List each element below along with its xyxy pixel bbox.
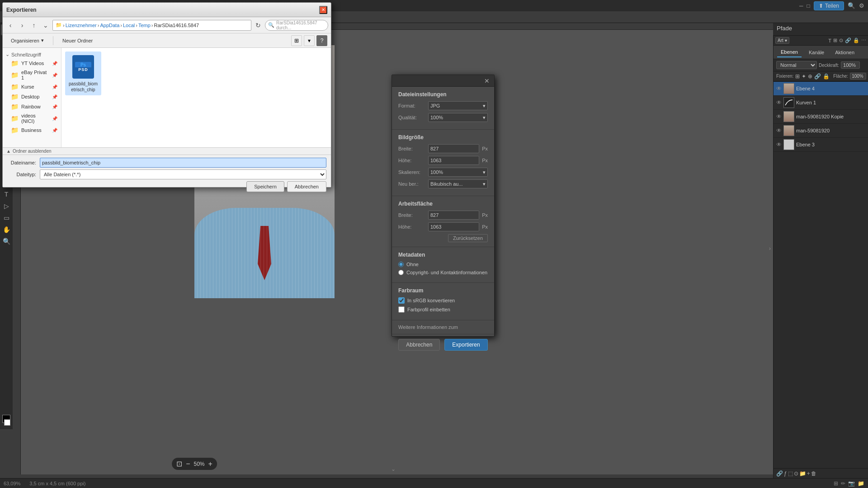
copyright-radio[interactable] xyxy=(398,270,404,275)
fix-btn-2[interactable]: ✦ xyxy=(802,73,806,80)
help-btn[interactable]: ? xyxy=(316,35,327,46)
layer-adjustment-btn[interactable]: ⊙ xyxy=(794,470,798,477)
sidebar-kurse[interactable]: 📁 Kurse 📌 xyxy=(3,82,61,92)
layer-group-btn[interactable]: 📁 xyxy=(799,470,806,477)
layer-delete-btn[interactable]: 🗑 xyxy=(811,470,816,477)
layer-mask-btn[interactable]: ⬚ xyxy=(788,470,793,477)
search-ps-btn[interactable]: 🔍 xyxy=(848,2,855,9)
arbeitsbreite-value[interactable]: 827 xyxy=(428,211,479,220)
eye-icon-man-kopie[interactable]: 👁 xyxy=(776,113,782,120)
zoom-in-btn[interactable]: + xyxy=(208,460,212,468)
path-select-tool[interactable]: ▷ xyxy=(1,201,12,211)
fix-btn-5[interactable]: 🔒 xyxy=(823,73,830,80)
settings-btn[interactable]: ⚙ xyxy=(859,2,864,9)
ohne-radio[interactable] xyxy=(398,262,404,267)
zoom-tool[interactable]: 🔍 xyxy=(1,236,12,247)
sidebar-rainbow[interactable]: 📁 Rainbow 📌 xyxy=(3,102,61,112)
dialog-collapse-bar[interactable]: ▲ Ordner ausblenden xyxy=(3,147,331,155)
layer-man-kopie[interactable]: 👁 man-59081920 Kopie xyxy=(774,110,868,124)
file-item-psd[interactable]: Ps PSD passbild_biometrisch_chip xyxy=(65,52,101,95)
status-btn-2[interactable]: ✏ xyxy=(841,480,845,487)
layer-style-btn[interactable]: ƒ xyxy=(784,470,787,477)
breadcrumb-lizenznehmer[interactable]: Lizenznehmer xyxy=(66,23,97,28)
search-box[interactable]: 🔍 RarSDia14616.5847 durch... xyxy=(265,20,328,31)
maximize-btn[interactable]: □ xyxy=(807,3,810,9)
zoom-fit-btn[interactable]: ⊡ xyxy=(176,460,182,468)
nav-back-btn[interactable]: ‹ xyxy=(5,20,15,30)
refresh-btn[interactable]: ↻ xyxy=(253,20,263,30)
hand-tool[interactable]: ✋ xyxy=(1,224,12,235)
sidebar-ebay[interactable]: 📁 eBay Privat 1 📌 xyxy=(3,68,61,82)
tab-ebenen[interactable]: Ebenen xyxy=(777,47,802,57)
eye-icon-ebene3[interactable]: 👁 xyxy=(776,141,782,148)
nav-forward-btn[interactable]: › xyxy=(17,20,27,30)
layer-ebene-4[interactable]: 👁 Ebene 4 xyxy=(774,82,868,96)
nav-dropdown-btn[interactable]: ⌄ xyxy=(41,20,51,30)
zoom-out-btn[interactable]: − xyxy=(186,460,190,468)
flache-input[interactable] xyxy=(850,73,866,80)
srgb-checkbox[interactable] xyxy=(398,297,405,304)
layer-icon-1[interactable]: T xyxy=(828,38,831,43)
export-abbrechen-btn[interactable]: Abbrechen xyxy=(398,339,440,351)
address-breadcrumb[interactable]: 📁 › Lizenznehmer › AppData › Local › Tem… xyxy=(52,20,251,31)
scroll-right-arrow[interactable]: › xyxy=(769,245,771,252)
fix-btn-3[interactable]: ⊕ xyxy=(808,73,812,80)
layer-add-btn[interactable]: + xyxy=(807,470,810,477)
layer-mode-select[interactable]: Normal xyxy=(776,61,817,69)
neu-ber-select[interactable]: Bikubisch au... ▾ xyxy=(428,179,488,188)
organize-btn[interactable]: Organisieren ▾ xyxy=(6,35,48,46)
sidebar-videos-nici[interactable]: 📁 videos (NICI) 📌 xyxy=(3,112,61,125)
new-folder-btn[interactable]: Neuer Ordner xyxy=(58,35,97,46)
opacity-input[interactable] xyxy=(841,61,860,69)
filetype-select[interactable]: Alle Dateien (*.*) xyxy=(40,169,326,179)
zuruecksetzen-btn[interactable]: Zurücksetzen xyxy=(448,234,488,242)
breadcrumb-appdata[interactable]: AppData xyxy=(100,23,119,28)
bildhoehe-value[interactable]: 1063 xyxy=(428,156,479,165)
layer-kurven-1[interactable]: 👁 Kurven 1 xyxy=(774,96,868,110)
farbprofil-checkbox[interactable] xyxy=(398,306,405,313)
tab-aktionen[interactable]: Aktionen xyxy=(831,48,858,57)
status-btn-1[interactable]: ⊞ xyxy=(834,480,838,487)
shape-tool[interactable]: ▭ xyxy=(1,212,12,223)
layer-man[interactable]: 👁 man-59081920 xyxy=(774,124,868,138)
layer-icon-2[interactable]: ⊞ xyxy=(833,38,837,43)
nav-up-btn[interactable]: ↑ xyxy=(29,20,39,30)
fix-btn-1[interactable]: ⊞ xyxy=(795,73,800,80)
layer-icon-3[interactable]: ⊙ xyxy=(839,38,843,43)
view-toggle-btn[interactable]: ⊞ xyxy=(291,35,302,46)
eye-icon-man[interactable]: 👁 xyxy=(776,127,782,134)
ps-share-btn[interactable]: ⬆ Teilen xyxy=(814,1,844,10)
cancel-dialog-btn[interactable]: Abbrechen xyxy=(287,181,326,192)
export-close-btn[interactable]: ✕ xyxy=(483,77,491,84)
layer-link-btn[interactable]: 🔗 xyxy=(776,470,783,477)
layer-icon-6[interactable]: ⋯ xyxy=(861,38,866,43)
status-btn-4[interactable]: 📁 xyxy=(858,480,864,487)
tab-kanaele[interactable]: Kanäle xyxy=(805,48,828,57)
qualitaet-select[interactable]: 100% ▾ xyxy=(428,113,488,122)
layer-icon-5[interactable]: 🔒 xyxy=(853,38,859,43)
dialog-close-btn[interactable]: ✕ xyxy=(319,6,327,14)
eye-icon-ebene4[interactable]: 👁 xyxy=(776,85,782,92)
sidebar-business[interactable]: 📁 Business 📌 xyxy=(3,125,61,135)
export-exportieren-btn[interactable]: Exportieren xyxy=(444,339,487,351)
layer-art-dropdown[interactable]: Art ▾ xyxy=(775,37,789,44)
view-dropdown-btn[interactable]: ▾ xyxy=(304,35,315,46)
sidebar-quickaccess-header[interactable]: ⌄ Schnellzugriff xyxy=(3,51,61,58)
sidebar-yt-videos[interactable]: 📁 YT Videos 📌 xyxy=(3,58,61,68)
arbeitshoehe-value[interactable]: 1063 xyxy=(428,222,479,231)
breadcrumb-temp[interactable]: Temp xyxy=(138,23,151,28)
bildbreite-value[interactable]: 827 xyxy=(428,144,479,153)
filename-input[interactable] xyxy=(40,158,326,168)
skalieren-select[interactable]: 100% ▾ xyxy=(428,168,488,177)
sidebar-desktop[interactable]: 📁 Desktop 📌 xyxy=(3,92,61,102)
breadcrumb-rardia[interactable]: RarSDia14616.5847 xyxy=(154,23,199,28)
format-select[interactable]: JPG ▾ xyxy=(428,101,488,110)
eye-icon-kurven1[interactable]: 👁 xyxy=(776,99,782,106)
breadcrumb-local[interactable]: Local xyxy=(123,23,135,28)
layer-ebene-3[interactable]: 👁 Ebene 3 xyxy=(774,138,868,152)
status-btn-3[interactable]: 📷 xyxy=(848,480,855,487)
layer-icon-4[interactable]: 🔗 xyxy=(845,38,851,43)
scroll-down-arrow[interactable]: ⌄ xyxy=(391,466,396,472)
minimize-btn[interactable]: ─ xyxy=(799,3,803,9)
save-btn[interactable]: Speichern xyxy=(246,181,284,192)
